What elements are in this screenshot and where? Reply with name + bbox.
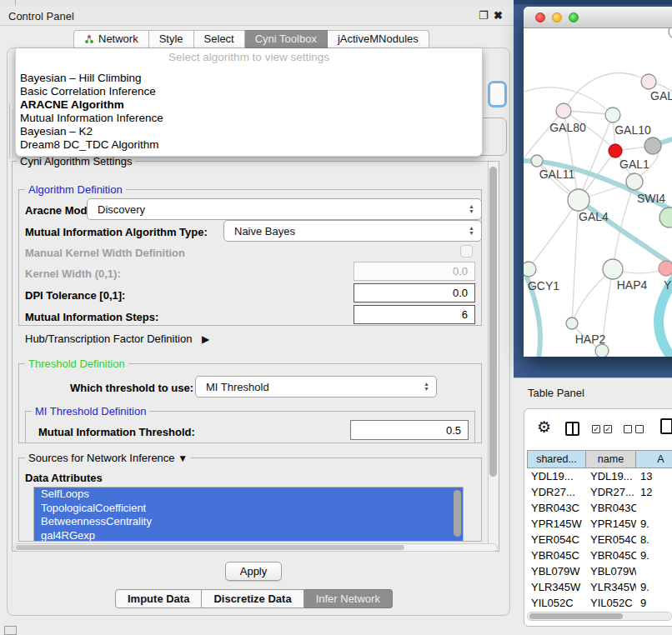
which-threshold-value: MI Threshold (206, 381, 269, 393)
node-label-gal80: GAL80 (549, 121, 586, 134)
corner-widget-icon (4, 626, 17, 635)
expand-right-icon: ▶ (202, 333, 209, 345)
tab-select[interactable]: Select (194, 30, 245, 48)
tab-impute-data[interactable]: Impute Data (115, 589, 202, 608)
node-label-y-cut: Y (664, 278, 672, 292)
table-row[interactable]: YDL19...YDL19...13 (527, 468, 672, 484)
network-window-titlebar[interactable] (524, 7, 672, 28)
tab-cyni-toolbox[interactable]: Cyni Toolbox (245, 30, 328, 48)
dropdown-item[interactable]: Mutual Information Inference (18, 112, 479, 125)
column-header-cut[interactable]: A (636, 450, 672, 468)
node-label-swi4: SWI4 (637, 192, 665, 205)
tab-cyni-toolbox-label: Cyni Toolbox (255, 31, 317, 48)
hide-columns-icon[interactable] (624, 425, 644, 433)
tab-discretize-data[interactable]: Discretize Data (202, 589, 303, 608)
zoom-traffic-light-icon[interactable] (569, 12, 579, 22)
column-header-shared[interactable]: shared... (527, 450, 586, 468)
split-columns-icon[interactable] (565, 422, 579, 436)
table-row[interactable]: YLR345WYLR345W9. (527, 579, 672, 595)
network-graph: GAL80 GAL10 GAL1 GAL11 SWI4 GAL4 GCY1 HA… (524, 28, 672, 357)
table-row[interactable]: YBR043CYBR043C (527, 500, 672, 516)
column-header-name[interactable]: name (586, 450, 636, 468)
dropdown-item-selected[interactable]: ARACNE Algorithm (18, 98, 479, 112)
focused-widget-remnant[interactable] (488, 81, 507, 108)
attribute-item[interactable]: SelfLoops (34, 488, 463, 502)
table-row[interactable]: YDR27...YDR27...12 (527, 484, 672, 500)
table-row[interactable]: YER054CYER054C8. (527, 532, 672, 548)
dropdown-item[interactable]: Bayesian – Hill Climbing (18, 72, 479, 85)
control-panel-titlebar: Control Panel (0, 7, 517, 26)
node-label-gal4: GAL4 (579, 210, 609, 223)
mi-threshold-field[interactable] (350, 420, 469, 440)
attributes-scrollbar[interactable] (454, 490, 461, 537)
close-panel-icon[interactable]: ✖ (494, 8, 503, 23)
control-panel-tabbar: Network Style Select Cyni Toolbox jActiv… (73, 30, 429, 48)
tab-network[interactable]: Network (73, 30, 149, 48)
tab-style-label: Style (159, 31, 183, 48)
table-row[interactable]: YBR045CYBR045C9. (527, 548, 672, 563)
dropdown-item[interactable]: Bayesian – K2 (18, 125, 479, 138)
attribute-item[interactable]: BetweennessCentrality (34, 515, 463, 529)
node-label-gcy1: GCY1 (528, 279, 559, 292)
manual-kernel-checkbox[interactable] (460, 245, 473, 258)
table-row[interactable]: YIL052CYIL052C9 (527, 595, 672, 608)
float-panel-icon[interactable]: ❐ (479, 8, 489, 23)
table-row[interactable]: YPR145WYPR145W9. (527, 516, 672, 532)
checked-box-icon: ✓ (592, 425, 600, 433)
unchecked-box-icon (635, 425, 644, 433)
control-panel-title: Control Panel (8, 10, 74, 22)
attribute-item[interactable]: gal4RGexp (34, 529, 463, 542)
cyni-settings-title: Cyni Algorithm Settings (17, 155, 135, 168)
tab-style[interactable]: Style (149, 30, 194, 48)
table-hscrollbar-track[interactable] (527, 612, 672, 621)
settings-vscrollbar-thumb[interactable] (489, 167, 497, 477)
tab-jactivemnodules-label: jActiveMNodules (338, 31, 419, 48)
algorithm-dropdown-popup: Select algorithm to view settings Bayesi… (15, 48, 483, 157)
gear-icon[interactable]: ⚙ (537, 418, 551, 437)
node-label-hap2: HAP2 (575, 332, 606, 346)
mi-threshold-label: Mutual Information Threshold: (38, 426, 195, 438)
data-attributes-list[interactable]: SelfLoops TopologicalCoefficient Between… (33, 487, 464, 542)
stepper-icon: ▲▼ (424, 382, 429, 392)
node-label-hap4: HAP4 (617, 278, 648, 292)
mi-type-combo[interactable]: Naive Bayes ▲▼ (223, 220, 482, 242)
dropdown-item[interactable]: Dream8 DC_TDC Algorithm (18, 138, 479, 152)
dropdown-item[interactable]: Basic Correlation Inference (18, 85, 479, 98)
table-row[interactable]: YBL079WYBL079W (527, 563, 672, 579)
show-columns-icon[interactable]: ✓ ✓ (592, 425, 612, 433)
sources-toggle[interactable]: Sources for Network Inference ▼ (25, 452, 191, 464)
node-label-gal10: GAL10 (614, 123, 651, 137)
dpi-tolerance-label: DPI Tolerance [0,1]: (25, 289, 125, 302)
mi-threshold-group-title: MI Threshold Definition (32, 405, 149, 418)
mi-type-value: Naive Bayes (234, 225, 295, 238)
table-panel-title: Table Panel (528, 387, 584, 399)
tab-infer-network[interactable]: Infer Network (304, 589, 393, 608)
groupbox-remnant-line (9, 103, 10, 158)
network-view-window: GAL80 GAL10 GAL1 GAL11 SWI4 GAL4 GCY1 HA… (524, 7, 672, 357)
expand-down-icon: ▼ (178, 452, 188, 464)
mi-steps-field[interactable] (354, 305, 475, 324)
attribute-item[interactable]: TopologicalCoefficient (34, 502, 463, 516)
close-traffic-light-icon[interactable] (535, 12, 545, 22)
settings-hscrollbar-track[interactable] (13, 543, 498, 552)
dpi-tolerance-field[interactable] (354, 283, 475, 302)
stepper-icon: ▲▼ (469, 226, 474, 236)
table-rows[interactable]: YDL19...YDL19...13 YDR27...YDR27...12 YB… (527, 468, 672, 608)
tab-jactivemnodules[interactable]: jActiveMNodules (328, 30, 429, 48)
aracne-mode-combo[interactable]: Discovery ▲▼ (87, 198, 482, 220)
dropdown-items: Bayesian – Hill Climbing Basic Correlati… (18, 72, 479, 152)
table-hscrollbar-thumb[interactable] (529, 613, 623, 619)
manual-kernel-label: Manual Kernel Width Definition (25, 247, 185, 259)
kernel-width-field[interactable] (354, 262, 475, 281)
dropdown-placeholder: Select algorithm to view settings (16, 51, 482, 63)
tab-select-label: Select (204, 31, 234, 48)
apply-button[interactable]: Apply (225, 562, 282, 581)
which-threshold-combo[interactable]: MI Threshold ▲▼ (195, 376, 437, 398)
settings-hscrollbar-thumb[interactable] (16, 545, 404, 550)
document-icon[interactable] (660, 418, 672, 434)
hub-definition-toggle[interactable]: Hub/Transcription Factor Definition ▶ (25, 332, 209, 345)
network-canvas[interactable]: GAL80 GAL10 GAL1 GAL11 SWI4 GAL4 GCY1 HA… (524, 28, 672, 357)
algorithm-definition-title: Algorithm Definition (25, 183, 126, 196)
sources-title: Sources for Network Inference (28, 452, 175, 464)
minimize-traffic-light-icon[interactable] (552, 12, 562, 22)
